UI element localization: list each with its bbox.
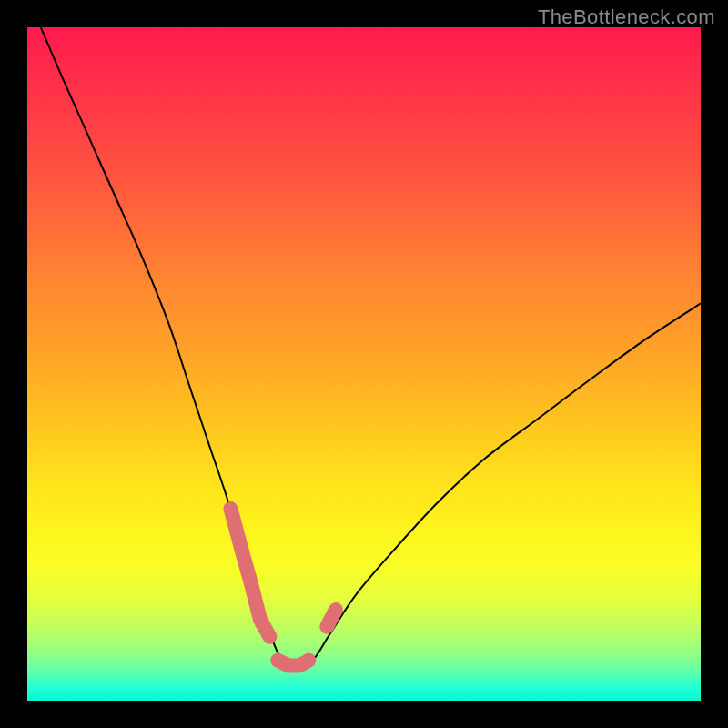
marker-bottom xyxy=(278,661,308,666)
bottleneck-curve xyxy=(41,27,701,670)
chart-area xyxy=(27,27,701,701)
watermark-text: TheBottleneck.com xyxy=(538,5,715,29)
marker-right xyxy=(327,610,336,627)
marker-left xyxy=(230,509,269,637)
bottleneck-plot xyxy=(27,27,701,701)
